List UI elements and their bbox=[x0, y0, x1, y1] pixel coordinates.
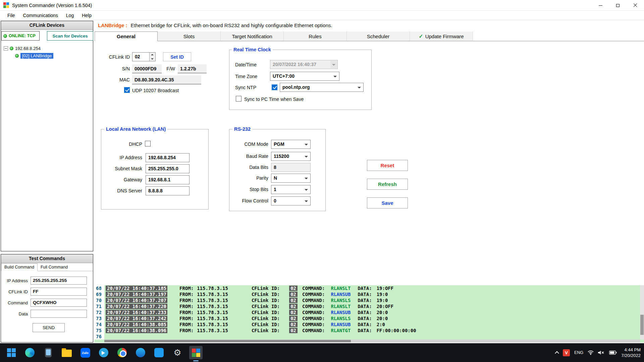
log-row[interactable]: 70 20/07/22 16:40:37.207FROM:115.78.3.15… bbox=[94, 297, 644, 303]
log-row[interactable]: 76 bbox=[94, 334, 644, 340]
menu-help[interactable]: Help bbox=[78, 11, 96, 19]
taskbar-clock[interactable]: 4:44 PM 7/20/2022 bbox=[621, 347, 641, 358]
menu-file[interactable]: File bbox=[3, 11, 19, 19]
scrollbar-thumb[interactable] bbox=[640, 315, 644, 335]
tc-command-input[interactable]: QCFXWHO bbox=[31, 299, 87, 307]
system-commander-icon[interactable] bbox=[189, 346, 203, 359]
tray-overflow-icon[interactable] bbox=[555, 351, 559, 355]
skype-icon[interactable] bbox=[134, 346, 147, 359]
phone-link-icon[interactable] bbox=[42, 346, 55, 359]
lan-subnet-field[interactable]: 255.255.255.0 bbox=[146, 164, 190, 173]
tab-update-firmware[interactable]: ✓ Update Firmware bbox=[410, 32, 473, 41]
menu-communications[interactable]: Communications bbox=[19, 11, 62, 19]
tc-cflinkid-input[interactable]: FF bbox=[31, 288, 87, 296]
tree-node-root[interactable]: 192.68.8.254 bbox=[1, 45, 93, 52]
zalo-icon[interactable]: Zalo bbox=[78, 346, 92, 359]
log-vertical-scrollbar[interactable] bbox=[640, 285, 644, 340]
system-tray: V ENG 4:44 PM 7/20/2022 bbox=[555, 343, 641, 362]
tab-target-notification[interactable]: Target Notification bbox=[221, 32, 284, 41]
log-row[interactable]: 73 20/07/22 16:40:37.242FROM:115.78.3.15… bbox=[94, 315, 644, 321]
datetime-field[interactable]: 20/07/2022 16:40:37 bbox=[270, 60, 338, 69]
flow-control-select[interactable]: 0 bbox=[271, 196, 311, 205]
tc-ip-label: IP Address bbox=[1, 278, 28, 283]
send-button[interactable]: SEND bbox=[33, 323, 65, 332]
log-row[interactable]: 75 20/07/22 16:40:38.096FROM:115.78.3.15… bbox=[94, 327, 644, 334]
tab-full-command[interactable]: Full Command bbox=[38, 264, 71, 271]
refresh-button[interactable]: Refresh bbox=[367, 179, 408, 190]
log-ip: 115.78.3.15 bbox=[197, 322, 228, 327]
timezone-select[interactable]: UTC+7:00 bbox=[270, 72, 339, 81]
tab-rules[interactable]: Rules bbox=[284, 32, 347, 41]
scan-for-devices-button[interactable]: Scan for Devices bbox=[47, 31, 93, 41]
dhcp-checkbox[interactable] bbox=[145, 141, 151, 146]
file-explorer-icon[interactable] bbox=[60, 346, 73, 359]
log-id-badge: 02 bbox=[289, 328, 298, 333]
tab-general[interactable]: General bbox=[95, 32, 158, 41]
log-ip: 115.78.3.15 bbox=[197, 328, 228, 333]
lan-ip-field[interactable]: 192.68.8.254 bbox=[146, 153, 190, 162]
sync-pc-checkbox[interactable] bbox=[236, 96, 241, 102]
log-id-label: CFLink ID: bbox=[252, 310, 280, 315]
battery-icon[interactable] bbox=[609, 351, 617, 355]
edge-icon[interactable] bbox=[23, 346, 37, 359]
telegram-icon[interactable] bbox=[97, 346, 110, 359]
volume-muted-icon[interactable] bbox=[598, 350, 605, 355]
log-from-label: FROM: bbox=[179, 316, 194, 321]
log-data: 20:OFF bbox=[377, 304, 394, 309]
menu-log[interactable]: Log bbox=[62, 11, 78, 19]
log-ip: 115.78.3.15 bbox=[197, 304, 228, 309]
chrome-icon[interactable] bbox=[115, 346, 129, 359]
parity-select[interactable]: N bbox=[271, 174, 311, 183]
log-row[interactable]: 71 20/07/22 16:40:37.220FROM:115.78.3.15… bbox=[94, 303, 644, 309]
tab-scheduler[interactable]: Scheduler bbox=[347, 32, 410, 41]
tree-root-label: 192.68.8.254 bbox=[15, 46, 41, 51]
start-button[interactable] bbox=[5, 346, 18, 359]
spinner-arrows-icon[interactable] bbox=[149, 53, 155, 61]
baud-rate-select[interactable]: 115200 bbox=[271, 152, 311, 161]
minimize-button[interactable] bbox=[592, 0, 609, 11]
mac-label: MAC bbox=[95, 77, 130, 82]
log-timestamp: 20/07/22 16:40:37.197 bbox=[106, 292, 167, 297]
save-button[interactable]: Save bbox=[367, 197, 408, 208]
log-row[interactable]: 68 20/07/22 16:40:37.185FROM:115.78.3.15… bbox=[94, 285, 644, 291]
scrollbar-thumb[interactable] bbox=[104, 340, 351, 342]
close-icon bbox=[633, 3, 637, 7]
sync-ntp-checkbox[interactable] bbox=[272, 84, 277, 90]
ime-icon[interactable]: V bbox=[563, 349, 570, 356]
com-mode-select[interactable]: PGM bbox=[271, 140, 311, 149]
wifi-icon[interactable] bbox=[588, 350, 594, 355]
tab-slots[interactable]: Slots bbox=[158, 32, 221, 41]
lan-dns-field[interactable]: 8.8.8.8 bbox=[146, 186, 190, 195]
log-from-label: FROM: bbox=[179, 304, 194, 309]
log-line-number: 76 bbox=[94, 334, 104, 340]
log-data: 20:0 bbox=[377, 310, 388, 315]
tab-build-command[interactable]: Build Command bbox=[1, 263, 38, 271]
baud-rate-label: Baud Rate bbox=[230, 154, 268, 159]
reset-button[interactable]: Reset bbox=[367, 160, 408, 171]
cflink-devices-panel: CFLink Devices ONLINE: TCP Scan for Devi… bbox=[1, 21, 93, 251]
settings-gear-icon[interactable]: ⚙ bbox=[171, 346, 184, 359]
log-row[interactable]: 72 20/07/22 16:40:37.233FROM:115.78.3.15… bbox=[94, 309, 644, 315]
log-line-number: 68 bbox=[94, 285, 104, 291]
ntp-server-select[interactable]: pool.ntp.org bbox=[280, 83, 364, 92]
udp-broadcast-checkbox[interactable] bbox=[124, 87, 130, 93]
set-id-button[interactable]: Set ID bbox=[163, 52, 191, 61]
log-row[interactable]: 69 20/07/22 16:40:37.197FROM:115.78.3.15… bbox=[94, 291, 644, 297]
tree-node-lanbridge[interactable]: [02] LANBridge bbox=[1, 52, 93, 59]
collapse-icon[interactable] bbox=[4, 46, 8, 51]
vscode-icon[interactable] bbox=[152, 346, 166, 359]
language-indicator[interactable]: ENG bbox=[574, 350, 583, 355]
tc-data-input[interactable] bbox=[31, 310, 87, 318]
stop-bits-label: Stop Bits bbox=[230, 187, 268, 192]
log-row[interactable]: 74 20/07/22 16:40:38.085FROM:115.78.3.15… bbox=[94, 321, 644, 327]
log-timestamp: 20/07/22 16:40:38.096 bbox=[106, 328, 167, 333]
stop-bits-select[interactable]: 1 bbox=[271, 185, 311, 194]
online-status-icon bbox=[3, 34, 7, 38]
log-horizontal-scrollbar[interactable] bbox=[104, 340, 640, 343]
cflink-id-spinner[interactable]: 02 bbox=[132, 52, 156, 61]
minimize-icon bbox=[599, 5, 602, 6]
maximize-button[interactable] bbox=[609, 0, 627, 11]
lan-gateway-field[interactable]: 192.68.8.1 bbox=[146, 175, 190, 184]
close-button[interactable] bbox=[627, 0, 644, 11]
tc-ip-input[interactable]: 255.255.255.255 bbox=[31, 277, 87, 285]
